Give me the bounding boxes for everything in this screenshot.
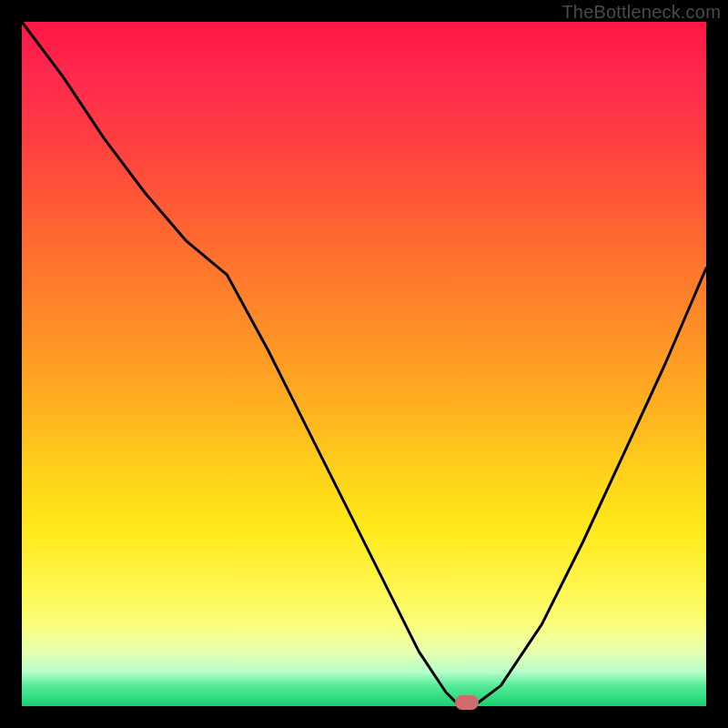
optimal-marker [455, 695, 479, 710]
bottleneck-curve [22, 22, 706, 706]
chart-frame: TheBottleneck.com [0, 0, 728, 728]
attribution-watermark: TheBottleneck.com [561, 2, 721, 23]
plot-area [22, 22, 706, 706]
